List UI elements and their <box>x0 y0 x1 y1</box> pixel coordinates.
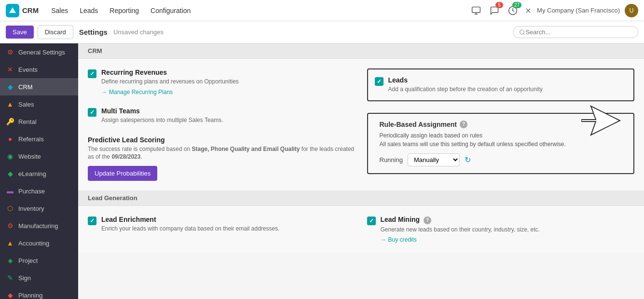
recurring-revenues-checkbox[interactable] <box>88 69 96 78</box>
sidebar-label-manufacturing: Manufacturing <box>18 222 58 230</box>
sidebar-label-planning: Planning <box>18 292 43 299</box>
sidebar-item-inventory[interactable]: ⬡ Inventory <box>0 200 78 217</box>
predictive-lead-scoring-setting: Predictive Lead Scoring The success rate… <box>88 136 356 181</box>
main-layout: ⚙ General Settings ✕ Events ◆ CRM ▲ Sale… <box>0 43 644 299</box>
nav-leads[interactable]: Leads <box>75 4 103 17</box>
sidebar-item-rental[interactable]: 🔑 Rental <box>0 113 78 130</box>
sidebar-item-sign[interactable]: ✎ Sign <box>0 269 78 286</box>
sidebar-label-inventory: Inventory <box>18 205 44 212</box>
sidebar-item-crm[interactable]: ◆ CRM <box>0 78 78 95</box>
company-name: My Company (San Francisco) <box>537 7 620 14</box>
search-icon <box>519 29 525 36</box>
sidebar-item-elearning[interactable]: ◆ eLearning <box>0 165 78 182</box>
running-select[interactable]: Manually Every Hour Every Day Every Week <box>408 153 460 166</box>
predictive-lead-scoring-label: Predictive Lead Scoring <box>88 136 356 144</box>
manufacturing-icon: ⚙ <box>6 221 14 230</box>
lead-mining-help-icon[interactable]: ? <box>424 217 431 224</box>
pls-date-bold: 09/28/2023 <box>111 153 140 160</box>
lead-enrichment-checkbox[interactable] <box>88 217 96 225</box>
sidebar-item-manufacturing[interactable]: ⚙ Manufacturing <box>0 217 78 234</box>
rule-based-assignment-setting: Rule-Based Assignment ? Periodically ass… <box>367 113 635 174</box>
buy-credits-link[interactable]: Buy credits <box>381 236 417 243</box>
lead-mining-info: Lead Mining ? Generate new leads based o… <box>381 216 540 243</box>
search-bar <box>513 26 638 38</box>
manage-recurring-plans-link[interactable]: Manage Recurring Plans <box>101 89 173 95</box>
sidebar-label-crm: CRM <box>18 83 33 91</box>
sidebar-label-sales: Sales <box>18 101 34 108</box>
recurring-revenues-label: Recurring Revenues <box>101 68 239 76</box>
nav-configuration[interactable]: Configuration <box>146 4 195 17</box>
recurring-revenues-setting: Recurring Revenues Define recurring plan… <box>88 68 356 95</box>
crm-section-title: CRM <box>88 47 102 54</box>
activity-icon[interactable]: 27 <box>506 4 520 17</box>
sidebar-item-events[interactable]: ✕ Events <box>0 61 78 78</box>
sidebar-item-project[interactable]: ◈ Project <box>0 252 78 269</box>
sidebar-label-website: Website <box>18 153 41 160</box>
leads-label: Leads <box>388 76 543 84</box>
messages-icon[interactable]: 5 <box>488 4 501 17</box>
search-input[interactable] <box>525 28 632 36</box>
lead-enrichment-label: Lead Enrichment <box>101 216 280 223</box>
crm-icon: ◆ <box>6 82 14 91</box>
logo-icon <box>6 4 19 17</box>
activity-badge: 27 <box>512 2 521 8</box>
nav-sales[interactable]: Sales <box>46 4 73 17</box>
sidebar-label-accounting: Accounting <box>18 240 49 247</box>
sidebar-label-referrals: Referrals <box>18 136 44 143</box>
save-button[interactable]: Save <box>6 26 34 39</box>
sidebar-item-accounting[interactable]: ▲ Accounting <box>0 234 78 252</box>
svg-line-8 <box>523 33 524 34</box>
project-icon: ◈ <box>6 256 14 265</box>
update-probabilities-button[interactable]: Update Probabilities <box>88 166 157 181</box>
sidebar: ⚙ General Settings ✕ Events ◆ CRM ▲ Sale… <box>0 43 78 299</box>
sidebar-item-general-settings[interactable]: ⚙ General Settings <box>0 43 78 61</box>
rule-based-help-icon[interactable]: ? <box>460 121 467 128</box>
leads-checkbox[interactable] <box>375 77 384 86</box>
svg-marker-0 <box>9 7 16 13</box>
pls-date-end: . <box>140 153 142 160</box>
lead-enrichment-info: Lead Enrichment Enrich your leads with c… <box>101 216 280 233</box>
recurring-revenues-desc: Define recurring plans and revenues on O… <box>101 78 239 86</box>
sidebar-item-website[interactable]: ◉ Website <box>0 148 78 165</box>
settings-content: CRM Recurring Revenues Define recurring … <box>78 43 644 253</box>
sidebar-item-purchase[interactable]: ▬ Purchase <box>0 182 78 200</box>
app-name: CRM <box>22 6 39 14</box>
accounting-icon: ▲ <box>6 239 14 247</box>
events-icon: ✕ <box>6 65 14 74</box>
lead-gen-section-header: Lead Generation <box>78 190 644 206</box>
nav-items: Sales Leads Reporting Configuration <box>46 4 195 17</box>
leads-desc: Add a qualification step before the crea… <box>388 85 543 94</box>
close-icon[interactable] <box>524 7 532 14</box>
lead-mining-label: Lead Mining ? <box>381 216 540 224</box>
crm-section-header: CRM <box>78 43 644 59</box>
recurring-revenues-info: Recurring Revenues Define recurring plan… <box>101 68 239 95</box>
sign-icon: ✎ <box>6 273 14 282</box>
lead-mining-checkbox[interactable] <box>367 217 376 225</box>
running-row: Running Manually Every Hour Every Day Ev… <box>380 153 627 166</box>
multi-teams-label: Multi Teams <box>101 107 223 115</box>
sub-toolbar: Save Discard Settings Unsaved changes <box>0 21 644 43</box>
nav-reporting[interactable]: Reporting <box>105 4 144 17</box>
general-settings-icon: ⚙ <box>6 48 14 56</box>
sidebar-label-project: Project <box>18 257 38 264</box>
multi-teams-checkbox[interactable] <box>88 108 96 117</box>
sidebar-item-referrals[interactable]: ● Referrals <box>0 130 78 148</box>
sidebar-item-planning[interactable]: ◆ Planning <box>0 286 78 299</box>
planning-icon: ◆ <box>6 291 14 299</box>
top-nav: CRM Sales Leads Reporting Configuration … <box>0 0 644 21</box>
sidebar-label-sign: Sign <box>18 274 31 282</box>
lead-enrichment-setting: Lead Enrichment Enrich your leads with c… <box>88 216 356 243</box>
lead-mining-desc: Generate new leads based on their countr… <box>381 226 540 234</box>
discard-button[interactable]: Discard <box>38 25 73 39</box>
sidebar-label-rental: Rental <box>18 118 37 125</box>
lead-gen-grid: Lead Enrichment Enrich your leads with c… <box>78 206 644 253</box>
phone-icon[interactable] <box>469 4 483 17</box>
sidebar-label-elearning: eLearning <box>18 170 46 177</box>
sidebar-item-sales[interactable]: ▲ Sales <box>0 95 78 113</box>
refresh-icon[interactable]: ↻ <box>465 155 471 164</box>
nav-right: 5 27 My Company (San Francisco) U <box>469 4 638 17</box>
rental-icon: 🔑 <box>6 117 14 126</box>
app-logo: CRM <box>6 4 39 17</box>
toolbar-title: Settings <box>79 28 108 36</box>
lead-mining-label-text: Lead Mining <box>381 216 420 223</box>
